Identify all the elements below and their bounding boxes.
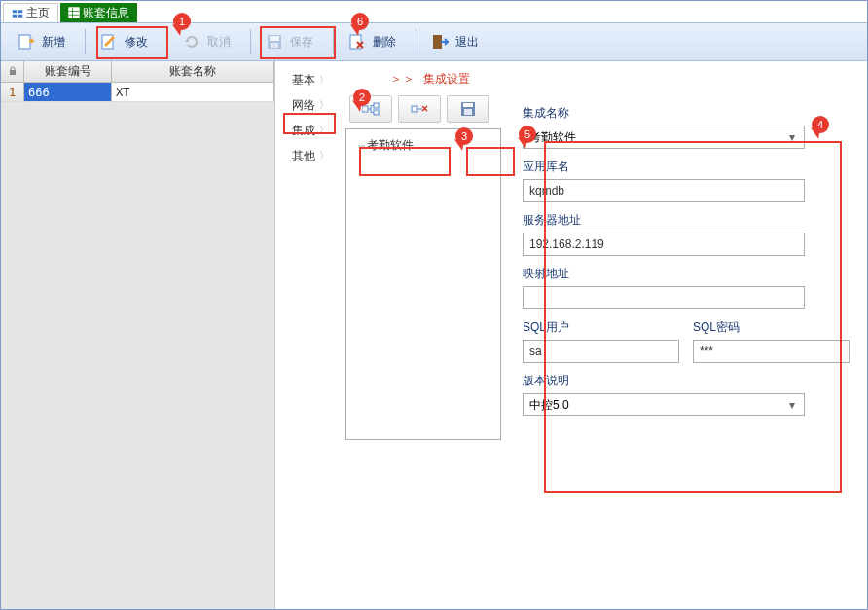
grid-header-lock <box>1 61 24 82</box>
exit-button[interactable]: 退出 <box>420 26 488 57</box>
svg-rect-1 <box>18 10 23 13</box>
panel-title: ＞＞ 集成设置 <box>390 71 850 88</box>
app-window: 主页 账套信息 新增 修改 取消 <box>0 0 868 610</box>
row-name: XT <box>112 83 274 102</box>
save-button[interactable]: 保存 <box>255 26 323 57</box>
nav-integration[interactable]: 集成 〉 <box>275 118 345 143</box>
nav-basic[interactable]: 基本 〉 <box>275 67 345 92</box>
svg-rect-18 <box>374 110 379 115</box>
tree-add-button[interactable] <box>349 95 392 123</box>
version-label: 版本说明 <box>523 373 850 389</box>
tab-bar: 主页 账套信息 <box>1 1 867 22</box>
toolbar-sep <box>85 29 86 54</box>
db-name-input[interactable] <box>523 179 805 202</box>
server-addr-input[interactable] <box>523 233 805 256</box>
field-db-name: 应用库名 <box>523 159 850 202</box>
tab-info-label: 账套信息 <box>83 5 129 21</box>
form-box: 集成名称 考勤软件 ▾ 应用库名 服务器地址 <box>523 95 850 440</box>
nav-other[interactable]: 其他 〉 <box>275 143 345 168</box>
tree-save-button[interactable] <box>447 95 489 123</box>
integration-name-label: 集成名称 <box>523 105 850 122</box>
toolbar-sep <box>333 29 334 54</box>
row-index: 1 <box>1 83 24 102</box>
svg-rect-16 <box>362 106 368 112</box>
sql-user-input[interactable] <box>523 340 679 363</box>
tree-area[interactable]: ┄ 考勤软件 <box>345 128 501 440</box>
sql-pwd-label: SQL密码 <box>693 319 850 336</box>
nav-list: 基本 〉 网络 〉 集成 〉 其他 〉 <box>275 61 345 609</box>
chevron-right-icon: 〉 <box>319 124 329 137</box>
svg-rect-19 <box>412 106 417 112</box>
edit-icon <box>99 32 119 52</box>
sql-user-label: SQL用户 <box>523 319 679 336</box>
tree-node-label: 考勤软件 <box>367 137 414 154</box>
sql-pwd-input[interactable] <box>693 340 850 363</box>
nav-network[interactable]: 网络 〉 <box>275 92 345 118</box>
svg-rect-12 <box>271 43 278 48</box>
svg-rect-15 <box>10 70 16 75</box>
svg-rect-2 <box>13 14 18 17</box>
chevron-right-icon: 〉 <box>319 73 329 87</box>
table-row[interactable]: 1 666 XT <box>1 83 274 102</box>
svg-rect-8 <box>19 35 30 49</box>
chevron-down-icon: ▾ <box>784 397 800 413</box>
panel-title-prefix: ＞＞ <box>390 72 416 86</box>
row-code: 666 <box>24 83 112 102</box>
map-addr-label: 映射地址 <box>523 266 850 282</box>
toolbar-sep <box>416 29 416 54</box>
chevron-right-icon: 〉 <box>319 98 329 112</box>
toolbar-sep <box>250 29 251 54</box>
save-icon <box>265 32 284 52</box>
tab-home[interactable]: 主页 <box>3 3 58 22</box>
tree-remove-button[interactable] <box>398 95 441 123</box>
map-addr-input[interactable] <box>523 286 805 309</box>
edit-label: 修改 <box>125 34 148 51</box>
delete-label: 删除 <box>373 34 396 51</box>
grid-header-code[interactable]: 账套编号 <box>24 61 112 82</box>
cancel-icon <box>182 32 201 52</box>
content-area: 账套编号 账套名称 1 666 XT 基本 〉 网络 〉 <box>1 61 867 609</box>
svg-rect-4 <box>69 8 80 18</box>
grid-tab-icon <box>68 7 80 18</box>
tree-box: ┄ 考勤软件 <box>345 95 501 440</box>
lock-icon <box>8 65 18 79</box>
chevron-right-icon: 〉 <box>319 149 329 162</box>
svg-rect-3 <box>18 14 23 17</box>
new-label: 新增 <box>42 34 65 51</box>
field-sql-credentials: SQL用户 SQL密码 <box>523 319 850 363</box>
nav-other-label: 其他 <box>292 148 315 164</box>
save-small-icon <box>460 101 476 117</box>
field-map-addr: 映射地址 <box>523 266 850 309</box>
svg-rect-11 <box>270 36 279 41</box>
nav-network-label: 网络 <box>292 97 315 114</box>
tree-node[interactable]: ┄ 考勤软件 <box>350 135 496 156</box>
db-name-label: 应用库名 <box>523 159 850 175</box>
grid-header-name[interactable]: 账套名称 <box>112 61 274 82</box>
new-button[interactable]: 新增 <box>7 26 75 57</box>
field-integration-name: 集成名称 考勤软件 ▾ <box>523 105 850 149</box>
svg-rect-17 <box>374 103 379 108</box>
nav-integration-label: 集成 <box>292 123 315 139</box>
version-select[interactable]: 中控5.0 ▾ <box>523 393 805 416</box>
field-server-addr: 服务器地址 <box>523 212 850 256</box>
integration-name-select[interactable]: 考勤软件 ▾ <box>523 126 805 149</box>
detail-body: ┄ 考勤软件 集成名称 考勤软件 ▾ <box>345 95 850 440</box>
delete-button[interactable]: 删除 <box>338 26 406 57</box>
toolbar: 新增 修改 取消 保存 删除 <box>1 22 867 61</box>
chevron-down-icon: ▾ <box>784 129 800 145</box>
field-version: 版本说明 中控5.0 ▾ <box>523 373 850 416</box>
integration-name-value: 考勤软件 <box>529 129 576 146</box>
delete-icon <box>347 32 367 52</box>
svg-rect-14 <box>433 35 442 49</box>
cancel-button[interactable]: 取消 <box>172 26 240 57</box>
panel-title-text: 集成设置 <box>423 72 470 86</box>
exit-icon <box>430 32 450 52</box>
toolbar-sep <box>167 29 168 54</box>
edit-button[interactable]: 修改 <box>90 26 158 57</box>
tree-remove-icon <box>411 102 428 116</box>
svg-rect-0 <box>13 10 18 13</box>
tab-account-info[interactable]: 账套信息 <box>60 3 137 22</box>
detail-panel: ＞＞ 集成设置 <box>345 61 867 609</box>
grid-header: 账套编号 账套名称 <box>1 61 274 83</box>
right-panel: 基本 〉 网络 〉 集成 〉 其他 〉 ＞＞ <box>275 61 867 609</box>
